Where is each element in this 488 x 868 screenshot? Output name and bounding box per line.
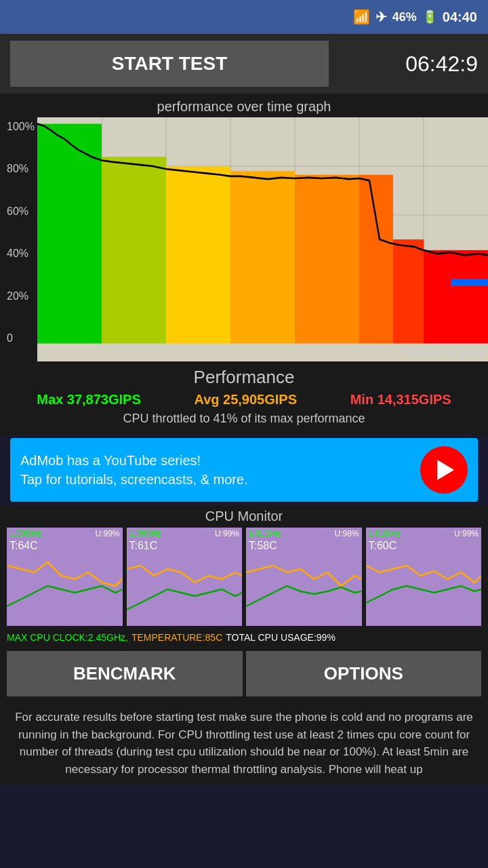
y-label-60: 60% xyxy=(7,205,34,218)
bottom-buttons: BENCMARK OPTIONS xyxy=(0,646,488,702)
cpu-monitor-title: CPU Monitor xyxy=(7,509,481,524)
start-test-button[interactable]: START TEST xyxy=(10,41,329,87)
status-time: 04:40 xyxy=(443,9,477,25)
throttle-text: CPU throttled to 41% of its max performa… xyxy=(10,412,478,426)
cpu-core-3: 1.01GHz U:98% T:58C xyxy=(246,528,362,626)
core-4-freq: 1.01GHz xyxy=(369,529,401,538)
core-3-usage: U:98% xyxy=(334,529,359,538)
bottom-stats: MAX CPU CLOCK:2.45GHz, TEMPERATURE:85C T… xyxy=(0,629,488,646)
svg-rect-19 xyxy=(7,552,122,626)
svg-rect-22 xyxy=(366,552,481,626)
stat-usage: TOTAL CPU USAGE:99% xyxy=(226,632,336,643)
airplane-icon: ✈ xyxy=(375,9,387,25)
perf-avg: Avg 25,905GIPS xyxy=(194,392,297,408)
cpu-monitor-section: CPU Monitor 1.09GHz U:99% T:64C 1.09GHz xyxy=(0,505,488,629)
svg-rect-18 xyxy=(451,279,488,286)
perf-min: Min 14,315GIPS xyxy=(350,392,451,408)
core-3-header: 1.01GHz U:98% xyxy=(246,528,362,540)
core-1-header: 1.09GHz U:99% xyxy=(7,528,123,540)
svg-rect-12 xyxy=(166,166,230,344)
y-label-40: 40% xyxy=(7,248,34,260)
core-2-usage: U:99% xyxy=(215,529,239,538)
ad-line2: Tap for tutorials, screencasts, & more. xyxy=(20,470,248,489)
core-1-graph xyxy=(7,552,123,626)
ad-line1: AdMob has a YouTube series! xyxy=(20,451,248,470)
core-1-temp: T:64C xyxy=(7,540,123,552)
time-label: time(interval 1min) xyxy=(401,347,485,358)
cpu-core-4: 1.01GHz U:99% T:60C xyxy=(366,528,482,626)
core-4-header: 1.01GHz U:99% xyxy=(366,528,482,540)
perf-max: Max 37,873GIPS xyxy=(37,392,140,408)
options-button[interactable]: OPTIONS xyxy=(246,651,482,696)
core-2-temp: T:61C xyxy=(127,540,243,552)
core-3-temp: T:58C xyxy=(246,540,362,552)
battery-icon: 🔋 xyxy=(422,9,437,24)
y-label-100: 100% xyxy=(7,121,34,133)
core-2-graph xyxy=(127,552,243,626)
performance-section: Performance Max 37,873GIPS Avg 25,905GIP… xyxy=(0,361,488,435)
core-1-freq: 1.09GHz xyxy=(9,529,41,538)
status-icons: 📶 ✈ 46% 🔋 04:40 xyxy=(353,9,477,25)
info-text: For accurate results before starting tes… xyxy=(0,702,488,785)
y-label-0: 0 xyxy=(7,332,34,344)
svg-rect-11 xyxy=(102,157,166,343)
svg-rect-13 xyxy=(230,171,295,343)
core-2-header: 1.09GHz U:99% xyxy=(127,528,243,540)
graph-section: performance over time graph 100% 80% 60%… xyxy=(0,94,488,361)
cpu-core-2: 1.09GHz U:99% T:61C xyxy=(127,528,243,626)
performance-title: Performance xyxy=(10,367,478,388)
svg-rect-16 xyxy=(393,239,424,344)
graph-svg xyxy=(37,117,488,361)
core-3-freq: 1.01GHz xyxy=(249,529,281,538)
stat-clock: MAX CPU CLOCK:2.45GHz, xyxy=(7,632,128,643)
svg-rect-14 xyxy=(295,175,359,344)
youtube-play-button[interactable] xyxy=(420,446,468,494)
benchmark-button[interactable]: BENCMARK xyxy=(7,651,243,696)
graph-y-axis: 100% 80% 60% 40% 20% 0 xyxy=(0,117,37,361)
performance-stats: Max 37,873GIPS Avg 25,905GIPS Min 14,315… xyxy=(10,392,478,408)
svg-rect-20 xyxy=(127,552,242,626)
ad-text: AdMob has a YouTube series! Tap for tuto… xyxy=(20,451,248,489)
cpu-cores: 1.09GHz U:99% T:64C 1.09GHz U:99% T:61C xyxy=(7,528,481,626)
graph-title: performance over time graph xyxy=(0,94,488,117)
core-3-graph xyxy=(246,552,362,626)
ad-banner[interactable]: AdMob has a YouTube series! Tap for tuto… xyxy=(10,438,478,502)
stat-temp: TEMPERATURE:85C xyxy=(131,632,222,643)
cpu-core-1: 1.09GHz U:99% T:64C xyxy=(7,528,123,626)
svg-rect-15 xyxy=(359,175,393,344)
core-1-usage: U:99% xyxy=(95,529,119,538)
graph-canvas: time(interval 1min) xyxy=(37,117,488,361)
core-4-temp: T:60C xyxy=(366,540,482,552)
y-label-20: 20% xyxy=(7,290,34,302)
info-text-content: For accurate results before starting tes… xyxy=(15,711,473,776)
battery-percent: 46% xyxy=(392,10,417,24)
core-2-freq: 1.09GHz xyxy=(129,529,161,538)
status-bar: 📶 ✈ 46% 🔋 04:40 xyxy=(0,0,488,34)
y-label-80: 80% xyxy=(7,163,34,175)
graph-container: 100% 80% 60% 40% 20% 0 xyxy=(0,117,488,361)
wifi-icon: 📶 xyxy=(353,9,370,25)
core-4-graph xyxy=(366,552,482,626)
play-triangle-icon xyxy=(437,460,454,480)
header-area: START TEST 06:42:9 xyxy=(0,34,488,94)
svg-rect-17 xyxy=(424,250,488,344)
core-4-usage: U:99% xyxy=(454,529,479,538)
timer-display: 06:42:9 xyxy=(342,52,478,77)
